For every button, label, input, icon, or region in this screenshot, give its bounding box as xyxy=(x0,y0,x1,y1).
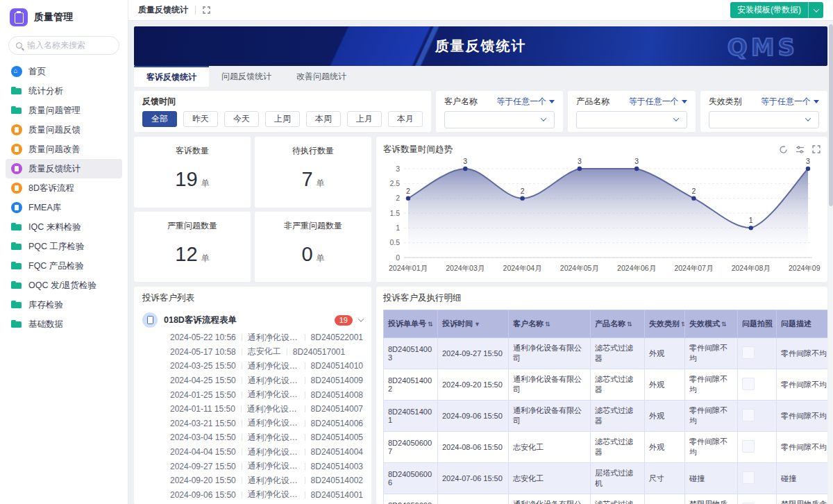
complaint-list-item[interactable]: 2024-01-11 15:50通利净化设备有限公...8D240514007 xyxy=(170,402,363,417)
svg-text:2024年08月: 2024年08月 xyxy=(732,264,771,272)
svg-text:2.5: 2.5 xyxy=(389,179,400,187)
complaint-list-item[interactable]: 2024-05-22 10:56通利净化设备有限公...8D240522001 xyxy=(170,330,363,345)
complaint-list-item[interactable]: 2024-05-17 10:58志安化工8D240517001 xyxy=(170,345,363,360)
sidebar-item[interactable]: IQC 来料检验 xyxy=(6,217,122,237)
install-dropdown-button[interactable] xyxy=(808,2,823,18)
cell-time: 2024-07-06 15:50 xyxy=(438,463,509,494)
complaint-list-item[interactable]: 2024-03-04 15:50通利净化设备有限公...8D240514005 xyxy=(170,430,363,445)
stats-and-chart-row: 客诉数量 19单 待执行数量 7单 xyxy=(134,137,827,282)
scrollbar-thumb[interactable] xyxy=(829,24,833,206)
stat-tab[interactable]: 问题反馈统计 xyxy=(209,66,284,87)
table-row[interactable]: 8D240506005 2024-07-06 15:49 通利净化设备有限公司 … xyxy=(384,494,828,504)
divider xyxy=(305,334,305,341)
feedback-time-label: 反馈时间 xyxy=(142,96,423,108)
table-column-header[interactable]: 问题描述⇅▼ xyxy=(777,310,828,338)
sidebar-item-label: 质量问题管理 xyxy=(28,105,81,117)
sidebar-item-label: IQC 来料检验 xyxy=(28,221,81,233)
table-column-header[interactable]: 产品名称⇅▼ xyxy=(591,310,645,338)
filter-operator-dropdown[interactable]: 等于任意一个 xyxy=(496,96,555,108)
fullscreen-icon[interactable] xyxy=(812,145,821,153)
complaint-code: 8D240514001 xyxy=(311,490,363,500)
complaint-list-item[interactable]: 2024-04-04 15:50通利净化设备有限公...8D240514004 xyxy=(170,445,363,460)
complaint-list-item[interactable]: 2024-09-20 15:50通利净化设备有限公...8D240514002 xyxy=(170,473,363,488)
refresh-icon[interactable] xyxy=(779,145,788,154)
cell-desc: 禁限用物质含量超标 xyxy=(777,494,828,504)
complaint-list-item[interactable]: 2024-04-25 15:50通利净化设备有限公...8D240514009 xyxy=(170,373,363,388)
complaint-list-item[interactable]: 2024-03-25 15:50通利净化设备有限公...8D240514010 xyxy=(170,359,363,373)
install-template-button[interactable]: 安装模板(带数据) xyxy=(730,2,823,18)
sidebar-item[interactable]: 质量问题管理 xyxy=(6,101,122,120)
time-filter-button[interactable]: 上月 xyxy=(347,111,382,127)
table-row[interactable]: 8D240514003 2024-09-27 15:50 通利净化设备有限公司 … xyxy=(384,338,828,369)
time-filter-button[interactable]: 本周 xyxy=(306,111,341,127)
complaint-customer: 通利净化设备有限公... xyxy=(248,332,299,344)
sidebar-item[interactable]: OQC 发/退货检验 xyxy=(6,276,122,295)
sidebar-item[interactable]: PQC 工序检验 xyxy=(6,237,122,256)
sidebar-item[interactable]: 质量问题反馈 xyxy=(6,120,122,140)
cell-mode: 零件间隙不均 xyxy=(685,369,738,401)
stat-unit: 单 xyxy=(317,253,325,263)
stat-label: 严重问题数量 xyxy=(134,220,251,232)
sidebar-item-label: 质量问题改善 xyxy=(28,144,81,156)
cell-desc: 零件间隙不均 xyxy=(777,432,828,463)
sidebar-item[interactable]: FMEA库 xyxy=(6,198,122,217)
complaint-list-item[interactable]: 2024-09-06 15:50通利净化设备有限公...8D240514001 xyxy=(170,488,363,503)
filter-settings-icon[interactable] xyxy=(796,145,805,154)
filter-operator-dropdown[interactable]: 等于任意一个 xyxy=(761,96,819,108)
filter-select[interactable] xyxy=(576,111,687,128)
time-filter-button[interactable]: 上周 xyxy=(265,111,300,127)
sidebar-item[interactable]: 库存检验 xyxy=(6,295,122,314)
trend-area-chart: 00.511.522.532024年01月2024年03月2024年04月202… xyxy=(383,156,821,276)
complaint-code: 8D240514009 xyxy=(311,376,363,385)
cell-customer: 志安化工 xyxy=(509,432,591,463)
table-column-header[interactable]: 投诉单单号⇅▼ xyxy=(384,310,438,338)
table-row[interactable]: 8D240514001 2024-09-06 15:50 通利净化设备有限公司 … xyxy=(384,401,828,432)
table-column-header[interactable]: 投诉时间⇅▼ xyxy=(438,310,509,338)
stat-label: 客诉数量 xyxy=(134,145,251,157)
table-column-header[interactable]: 客户名称⇅▼ xyxy=(509,310,591,338)
complaint-group-header[interactable]: 018D客诉流程表单 19 xyxy=(142,310,363,330)
sidebar-item[interactable]: 统计分析 xyxy=(6,81,122,101)
filter-select[interactable] xyxy=(444,111,555,128)
complaint-list-item[interactable]: 2024-01-25 15:50通利净化设备有限公...8D240514008 xyxy=(170,387,363,402)
stat-tab[interactable]: 改善问题统计 xyxy=(284,66,359,87)
sidebar-item[interactable]: 首页 xyxy=(6,62,122,81)
filter-operator-dropdown[interactable]: 等于任意一个 xyxy=(629,96,687,108)
complaint-code: 8D240514006 xyxy=(311,419,363,428)
time-filter-button[interactable]: 昨天 xyxy=(183,111,218,127)
sidebar-item[interactable]: 质量反馈统计 xyxy=(6,159,122,178)
table-column-header[interactable]: 失效模式⇅▼ xyxy=(685,310,738,338)
sidebar-item[interactable]: 基础数据 xyxy=(6,314,122,334)
sidebar-item-icon xyxy=(11,280,22,291)
complaint-list-item[interactable]: 2024-09-27 15:50通利净化设备有限公...8D240514003 xyxy=(170,459,363,473)
sidebar-item-label: FQC 产品检验 xyxy=(28,260,84,272)
sidebar-item[interactable]: FQC 产品检验 xyxy=(6,256,122,276)
divider xyxy=(287,348,287,355)
complaint-detail-table: 投诉单单号⇅▼ 投诉时间⇅▼ 客户名称⇅▼ xyxy=(383,310,827,504)
sidebar-item[interactable]: 8D客诉流程 xyxy=(6,178,122,198)
svg-text:1.5: 1.5 xyxy=(389,209,400,217)
table-column-header[interactable]: 失效类别⇅▼ xyxy=(645,310,685,338)
sidebar-search-input[interactable]: 输入名称来搜索 xyxy=(8,36,119,55)
table-row[interactable]: 8D240506007 2024-08-06 15:50 志安化工 滤芯式过滤器… xyxy=(384,432,828,463)
search-icon xyxy=(16,42,22,49)
time-filter-button[interactable]: 本月 xyxy=(388,111,423,127)
cell-customer: 通利净化设备有限公司 xyxy=(509,401,591,432)
stat-unit: 单 xyxy=(317,178,325,188)
sidebar-item[interactable]: 质量问题改善 xyxy=(6,140,122,159)
fullscreen-icon[interactable] xyxy=(203,6,210,14)
table-column-header[interactable]: 问题拍照⇅▼ xyxy=(738,310,777,338)
table-row[interactable]: 8D240514002 2024-09-20 15:50 通利净化设备有限公司 … xyxy=(384,369,828,401)
table-row[interactable]: 8D240506006 2024-07-06 15:50 志安化工 层塔式过滤机… xyxy=(384,463,828,494)
chevron-down-icon[interactable] xyxy=(358,316,364,321)
complaint-list-item[interactable]: 2024-03-21 15:50通利净化设备有限公...8D240514006 xyxy=(170,417,363,431)
page-banner: 质量反馈统计 QMS xyxy=(134,26,827,66)
page-tab[interactable]: 质量反馈统计 xyxy=(138,4,188,16)
complaint-code: 8D240514003 xyxy=(311,462,363,471)
sidebar-item-icon xyxy=(11,66,22,77)
filter-select[interactable] xyxy=(709,111,819,128)
time-filter-button[interactable]: 全部 xyxy=(142,111,177,127)
time-filter-button[interactable]: 今天 xyxy=(224,111,259,127)
cell-customer: 通利净化设备有限公司 xyxy=(509,494,591,504)
stat-tab[interactable]: 客诉反馈统计 xyxy=(134,66,209,87)
